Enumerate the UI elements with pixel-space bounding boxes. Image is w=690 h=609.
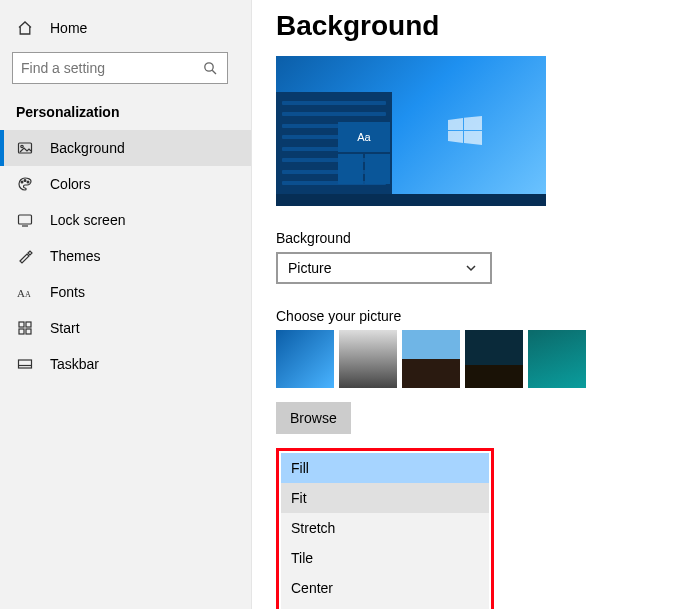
svg-point-5: [27, 181, 29, 183]
fit-option-tile[interactable]: Tile: [281, 543, 489, 573]
svg-rect-12: [26, 329, 31, 334]
search-icon: [201, 59, 219, 77]
svg-point-2: [21, 145, 23, 147]
search-input[interactable]: [12, 52, 228, 84]
svg-text:A: A: [17, 287, 25, 299]
fit-option-center[interactable]: Center: [281, 573, 489, 603]
svg-rect-13: [19, 360, 32, 368]
svg-rect-11: [19, 329, 24, 334]
picture-thumb-3[interactable]: [465, 330, 523, 388]
svg-rect-10: [26, 322, 31, 327]
picture-thumb-1[interactable]: [339, 330, 397, 388]
picture-thumb-0[interactable]: [276, 330, 334, 388]
search-wrap: [0, 46, 251, 90]
browse-button[interactable]: Browse: [276, 402, 351, 434]
sidebar-item-label: Fonts: [50, 284, 85, 300]
background-select-label: Background: [276, 230, 666, 246]
taskbar-icon: [16, 355, 34, 373]
sidebar-item-label: Start: [50, 320, 80, 336]
page-title: Background: [276, 10, 666, 42]
desktop-preview: Aa: [276, 56, 546, 206]
sidebar-item-label: Background: [50, 140, 125, 156]
choose-picture-label: Choose your picture: [276, 308, 666, 324]
sidebar-item-start[interactable]: Start: [0, 310, 251, 346]
sidebar-item-label: Colors: [50, 176, 90, 192]
picture-thumbnails: [276, 330, 666, 388]
fit-option-fit[interactable]: Fit: [281, 483, 489, 513]
sidebar-item-themes[interactable]: Themes: [0, 238, 251, 274]
fit-option-stretch[interactable]: Stretch: [281, 513, 489, 543]
svg-point-4: [24, 180, 26, 182]
sidebar-item-fonts[interactable]: A A Fonts: [0, 274, 251, 310]
fonts-icon: A A: [16, 283, 34, 301]
sidebar-home-label: Home: [50, 20, 87, 36]
svg-rect-9: [19, 322, 24, 327]
search-input-field[interactable]: [21, 60, 201, 76]
svg-point-3: [21, 181, 23, 183]
browse-button-label: Browse: [290, 410, 337, 426]
sidebar-item-home[interactable]: Home: [0, 10, 251, 46]
palette-icon: [16, 175, 34, 193]
picture-thumb-2[interactable]: [402, 330, 460, 388]
active-indicator: [0, 130, 4, 166]
preview-tile-aa: Aa: [338, 122, 390, 152]
start-icon: [16, 319, 34, 337]
chevron-down-icon: [462, 259, 480, 277]
sidebar-item-background[interactable]: Background: [0, 130, 251, 166]
svg-point-0: [205, 63, 213, 71]
sidebar-category: Personalization: [0, 90, 251, 130]
fit-options-popup: Fill Fit Stretch Tile Center Span: [276, 448, 494, 609]
dropdown-value: Picture: [288, 260, 332, 276]
fit-option-span[interactable]: Span: [281, 603, 489, 609]
lock-screen-icon: [16, 211, 34, 229]
windows-logo-icon: [448, 116, 482, 146]
themes-icon: [16, 247, 34, 265]
sidebar-item-label: Themes: [50, 248, 101, 264]
background-type-dropdown[interactable]: Picture: [276, 252, 492, 284]
svg-rect-6: [19, 215, 32, 224]
fit-option-fill[interactable]: Fill: [281, 453, 489, 483]
picture-thumb-4[interactable]: [528, 330, 586, 388]
sidebar-item-taskbar[interactable]: Taskbar: [0, 346, 251, 382]
picture-icon: [16, 139, 34, 157]
main-content: Background Aa Background Picture: [252, 0, 690, 609]
sidebar-item-colors[interactable]: Colors: [0, 166, 251, 202]
sidebar-item-label: Taskbar: [50, 356, 99, 372]
svg-text:A: A: [25, 290, 31, 299]
home-icon: [16, 19, 34, 37]
sidebar-item-label: Lock screen: [50, 212, 125, 228]
sidebar-item-lock-screen[interactable]: Lock screen: [0, 202, 251, 238]
settings-sidebar: Home Personalization: [0, 0, 252, 609]
